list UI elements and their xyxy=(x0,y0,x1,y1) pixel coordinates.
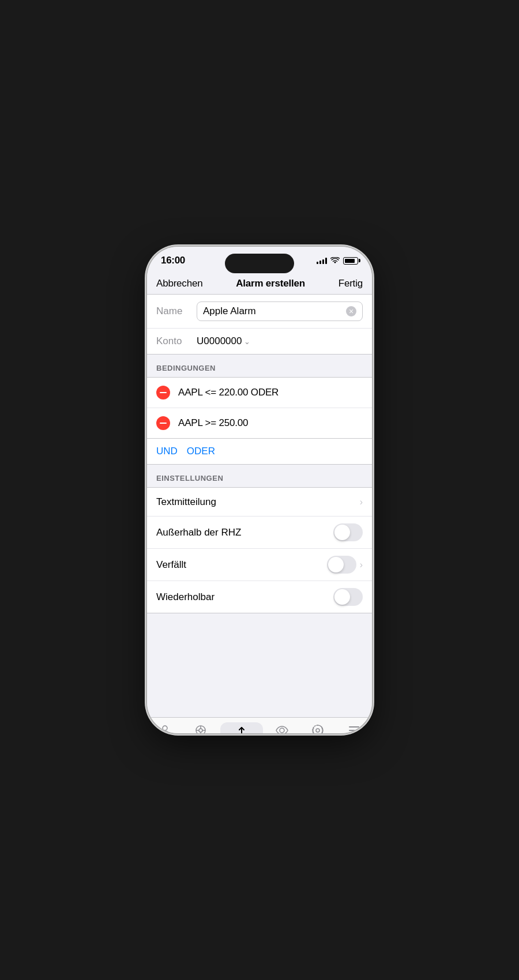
add-oder-button[interactable]: ODER xyxy=(187,446,215,457)
textmitteilung-chevron-right-icon: › xyxy=(360,497,363,507)
tab-konto[interactable]: Konto xyxy=(147,722,183,733)
condition-text-1: AAPL <= 220.00 ODER xyxy=(178,387,279,398)
remove-condition-1-button[interactable] xyxy=(156,386,170,399)
tab-portfolio[interactable]: Portfolio xyxy=(183,722,219,733)
phone-frame: 16:00 Abbrechen Alarm erstellen xyxy=(147,247,372,733)
tab-watchlisten[interactable]: Watchlisten xyxy=(264,722,300,733)
tab-mehr[interactable]: Mehr xyxy=(336,722,372,733)
konto-value: U0000000 xyxy=(197,336,242,347)
tab-ausfuhrung[interactable]: Ausführung xyxy=(220,722,263,733)
mehr-icon xyxy=(346,722,362,733)
textmitteilung-right: › xyxy=(360,497,363,507)
svg-point-2 xyxy=(199,729,202,732)
konto-row[interactable]: Konto U0000000 ⌄ xyxy=(147,329,372,354)
condition-row-2: AAPL >= 250.00 xyxy=(147,408,372,438)
form-section: Name Konto U0000000 ⌄ xyxy=(147,294,372,355)
wiederholbar-label: Wiederholbar xyxy=(156,591,215,603)
status-time: 16:00 xyxy=(161,255,185,266)
settings-row-wiederholbar: Wiederholbar xyxy=(147,581,372,613)
ausserhalb-toggle-knob xyxy=(334,525,350,540)
konto-chevron-down-icon: ⌄ xyxy=(244,337,250,346)
done-button[interactable]: Fertig xyxy=(339,278,363,289)
add-und-button[interactable]: UND xyxy=(156,446,178,457)
empty-area xyxy=(147,613,372,717)
condition-row-1: AAPL <= 220.00 ODER xyxy=(147,378,372,408)
condition-text-2: AAPL >= 250.00 xyxy=(178,417,248,429)
watchlisten-icon xyxy=(274,722,290,733)
settings-row-verfallt: Verfällt › xyxy=(147,549,372,581)
remove-condition-2-button[interactable] xyxy=(156,416,170,430)
tab-scanner[interactable]: Scanner xyxy=(300,722,336,733)
dynamic-island xyxy=(225,254,294,273)
battery-icon xyxy=(343,257,358,265)
verfallt-toggle[interactable] xyxy=(327,556,356,574)
nav-bar: Abbrechen Alarm erstellen Fertig xyxy=(147,271,372,294)
scanner-icon xyxy=(310,722,326,733)
svg-point-9 xyxy=(280,728,284,733)
cancel-button[interactable]: Abbrechen xyxy=(156,278,202,289)
wiederholbar-right xyxy=(333,588,363,606)
name-label: Name xyxy=(156,306,197,317)
konto-icon xyxy=(157,722,173,733)
add-conditions-row: UND ODER xyxy=(147,438,372,465)
nav-title: Alarm erstellen xyxy=(236,278,305,289)
wiederholbar-toggle[interactable] xyxy=(333,588,363,606)
verfallt-label: Verfällt xyxy=(156,559,186,571)
verfallt-chevron-right-icon: › xyxy=(360,560,363,570)
settings-row-ausserhalb: Außerhalb der RHZ xyxy=(147,517,372,549)
ausserhalb-toggle[interactable] xyxy=(333,523,363,541)
conditions-section-header: BEDINGUNGEN xyxy=(147,355,372,377)
ausfuhrung-icon xyxy=(234,725,250,733)
screen: Abbrechen Alarm erstellen Fertig Name Ko… xyxy=(147,271,372,733)
status-icons xyxy=(317,257,358,265)
verfallt-toggle-knob xyxy=(328,557,344,572)
conditions-section: AAPL <= 220.00 ODER AAPL >= 250.00 xyxy=(147,377,372,438)
settings-section-header: EINSTELLUNGEN xyxy=(147,465,372,487)
svg-point-0 xyxy=(163,726,167,730)
name-row: Name xyxy=(147,295,372,329)
name-input-wrapper xyxy=(197,301,363,321)
ausserhalb-label: Außerhalb der RHZ xyxy=(156,527,241,538)
settings-row-textmitteilung[interactable]: Textmitteilung › xyxy=(147,488,372,517)
portfolio-icon xyxy=(193,722,209,733)
clear-button[interactable] xyxy=(346,306,356,316)
svg-point-10 xyxy=(316,729,319,732)
wiederholbar-toggle-knob xyxy=(334,589,350,605)
wifi-icon xyxy=(330,257,340,264)
verfallt-right: › xyxy=(327,556,363,574)
ausserhalb-right xyxy=(333,523,363,541)
signal-bars-icon xyxy=(317,257,327,264)
konto-label: Konto xyxy=(156,336,197,347)
settings-section: Textmitteilung › Außerhalb der RHZ Verfä… xyxy=(147,487,372,613)
textmitteilung-label: Textmitteilung xyxy=(156,496,216,508)
name-input[interactable] xyxy=(203,306,346,317)
tab-bar: Konto Portfolio xyxy=(147,717,372,733)
